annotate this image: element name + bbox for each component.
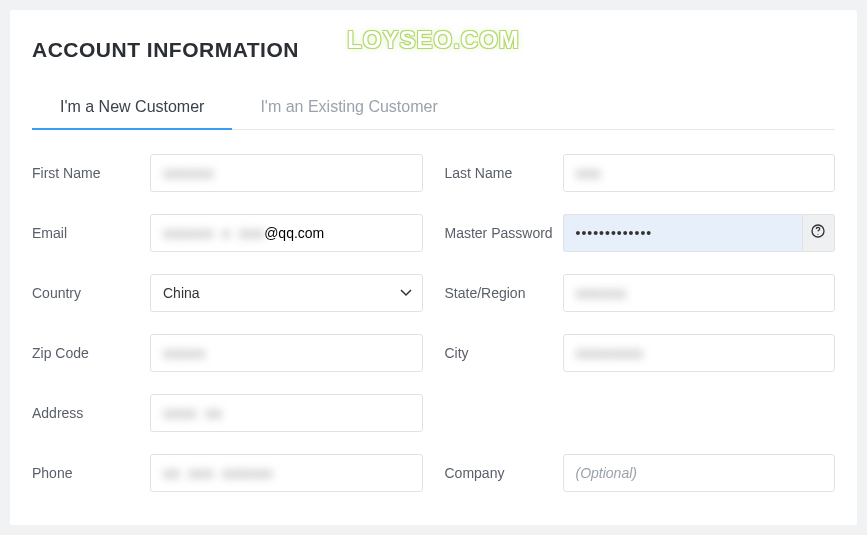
phone-input[interactable]: xx xxx xxxxxx xyxy=(150,454,423,492)
password-help-button[interactable] xyxy=(802,214,835,252)
svg-point-1 xyxy=(818,234,819,235)
field-phone: Phone xx xxx xxxxxx xyxy=(32,454,423,492)
label-phone: Phone xyxy=(32,465,150,481)
label-email: Email xyxy=(32,225,150,241)
label-address: Address xyxy=(32,405,150,421)
master-password-input[interactable]: ••••••••••••• xyxy=(563,214,802,252)
label-zip-code: Zip Code xyxy=(32,345,150,361)
customer-tabs: I'm a New Customer I'm an Existing Custo… xyxy=(32,88,835,130)
label-country: Country xyxy=(32,285,150,301)
field-last-name: Last Name xxx xyxy=(445,154,836,192)
label-city: City xyxy=(445,345,563,361)
field-email: Email xxxxxx x xxx@qq.com xyxy=(32,214,423,252)
first-name-input[interactable]: xxxxxx xyxy=(150,154,423,192)
account-information-card: LOYSEO.COM ACCOUNT INFORMATION I'm a New… xyxy=(10,10,857,525)
field-company: Company xyxy=(445,454,836,492)
account-form: First Name xxxxxx Last Name xxx Email xx… xyxy=(32,154,835,492)
field-first-name: First Name xxxxxx xyxy=(32,154,423,192)
field-master-password: Master Password ••••••••••••• xyxy=(445,214,836,252)
field-address: Address xxxx xx xyxy=(32,394,423,432)
label-last-name: Last Name xyxy=(445,165,563,181)
state-region-input[interactable]: xxxxxx xyxy=(563,274,836,312)
field-country: Country China xyxy=(32,274,423,312)
label-state-region: State/Region xyxy=(445,285,563,301)
zip-code-input[interactable]: xxxxx xyxy=(150,334,423,372)
city-input[interactable]: xxxxxxxx xyxy=(563,334,836,372)
field-city: City xxxxxxxx xyxy=(445,334,836,372)
label-company: Company xyxy=(445,465,563,481)
label-first-name: First Name xyxy=(32,165,150,181)
company-input[interactable] xyxy=(563,454,836,492)
tab-new-customer[interactable]: I'm a New Customer xyxy=(32,88,232,130)
address-input[interactable]: xxxx xx xyxy=(150,394,423,432)
last-name-input[interactable]: xxx xyxy=(563,154,836,192)
country-select[interactable]: China xyxy=(150,274,423,312)
label-master-password: Master Password xyxy=(445,225,563,241)
question-icon xyxy=(810,223,826,243)
email-input[interactable]: xxxxxx x xxx@qq.com xyxy=(150,214,423,252)
section-title: ACCOUNT INFORMATION xyxy=(32,38,835,62)
field-zip-code: Zip Code xxxxx xyxy=(32,334,423,372)
field-state-region: State/Region xxxxxx xyxy=(445,274,836,312)
tab-existing-customer[interactable]: I'm an Existing Customer xyxy=(232,88,465,130)
